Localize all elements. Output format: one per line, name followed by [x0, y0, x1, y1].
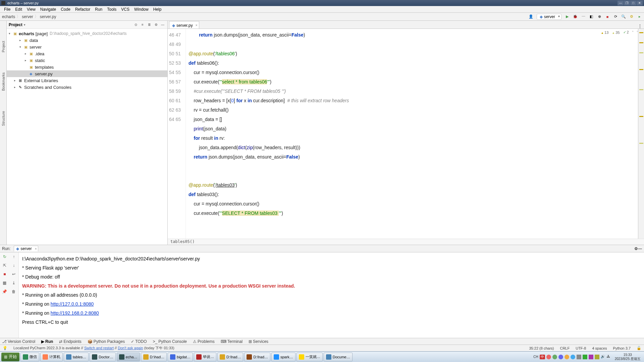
ime-indicator[interactable]: 中 [540, 355, 545, 359]
collapse-all-icon[interactable]: ≣ [147, 22, 152, 27]
tool-tab-terminal[interactable]: ⌨ Terminal [221, 339, 243, 344]
tool-tab-version-control[interactable]: ⎇ Version Control [2, 339, 35, 344]
tree-root[interactable]: ▾▣echarts [page]D:\hadoop_spark_hive_doc… [7, 30, 167, 37]
hide-icon[interactable]: — [638, 246, 642, 251]
ide-settings-icon[interactable]: ⚙ [629, 14, 634, 19]
menu-item-view[interactable]: View [25, 6, 38, 12]
pin-icon[interactable]: 📌 [0, 287, 9, 296]
tray-icon[interactable] [595, 355, 599, 359]
tree-item[interactable]: ▣templates [7, 64, 167, 70]
lang-indicator[interactable]: CH [533, 355, 538, 359]
profile-icon[interactable]: ⊕ [597, 14, 602, 19]
expand-all-icon[interactable]: ≡ [140, 22, 145, 27]
run-tab[interactable]: ◆ server × [14, 246, 38, 251]
network-icon[interactable]: 🖧 [607, 355, 611, 359]
taskbar-item[interactable]: bigdat… [168, 353, 193, 361]
taskbar-item[interactable]: 毕设… [194, 353, 216, 361]
status-message[interactable]: Localized PyCharm 2022.3.3 is available … [13, 346, 174, 351]
gear-icon[interactable]: ⚙ [153, 22, 159, 27]
project-tree[interactable]: ▾▣echarts [page]D:\hadoop_spark_hive_doc… [7, 29, 167, 92]
vcs-update-icon[interactable]: ⟳ [613, 14, 618, 19]
taskbar-item[interactable]: D:\had… [244, 353, 270, 361]
menu-item-run[interactable]: Run [93, 6, 104, 12]
tool-tab-python-console[interactable]: >_ Python Console [153, 339, 187, 344]
taskbar-item[interactable]: 微信 [20, 353, 39, 361]
tree-item[interactable]: ◆server.py [7, 70, 167, 77]
hide-icon[interactable]: — [160, 22, 165, 27]
menu-item-edit[interactable]: Edit [13, 6, 24, 12]
menu-item-window[interactable]: Window [132, 6, 151, 12]
close-icon[interactable]: × [196, 23, 198, 27]
tray-icon[interactable] [552, 355, 557, 359]
clock[interactable]: 15:33 2023/8/25 星期五 [613, 353, 643, 361]
down-icon[interactable]: ↓ [9, 261, 19, 270]
close-icon[interactable]: × [35, 247, 37, 251]
editor-tab[interactable]: ◆ server.py × [169, 21, 199, 28]
tree-item[interactable]: ▸▣static [7, 57, 167, 64]
debug-icon[interactable]: 🐞 [573, 14, 578, 19]
taskbar-item[interactable]: Docume… [324, 353, 353, 361]
tool-tab-python-packages[interactable]: 📦 Python Packages [88, 339, 125, 344]
taskbar-item[interactable]: Doctor… [90, 353, 115, 361]
taskbar-item[interactable]: D:\had… [141, 353, 167, 361]
tree-item[interactable]: ▸▣.idea [7, 50, 167, 57]
taskbar-item[interactable]: tables… [64, 353, 89, 361]
tool-tab-endpoints[interactable]: ⇄ Endpoints [59, 339, 81, 344]
breadcrumb-item[interactable]: echarts [2, 14, 15, 19]
taskbar-item[interactable]: 一笑就… [297, 353, 323, 361]
taskbar-item[interactable]: spark… [271, 353, 296, 361]
system-tray[interactable]: CH 中 🔊 🖧 15:33 2023/8/25 星期五 [533, 353, 643, 361]
run-icon[interactable]: ▶ [565, 14, 570, 19]
learn-icon[interactable]: ▸ [637, 14, 642, 19]
line-gutter[interactable]: 46 47 48 49 50 51 52 53 54 55 56 57 58 5… [168, 29, 186, 239]
more-run-icon[interactable]: ⋯ [581, 14, 586, 19]
tree-item[interactable]: ▸⊞External Libraries [7, 77, 167, 84]
taskbar-item[interactable]: 计算机 [40, 353, 63, 361]
line-separator[interactable]: CRLF [560, 346, 570, 350]
structure-tool-button[interactable]: Structure [1, 111, 5, 126]
tray-icon[interactable] [571, 355, 575, 359]
readonly-lock-icon[interactable]: 🔓 [637, 346, 641, 350]
tray-icon[interactable] [589, 355, 593, 359]
attach-icon[interactable]: ⇱ [0, 261, 9, 270]
error-stripe[interactable] [638, 29, 644, 239]
taskbar-item[interactable]: echa… [117, 353, 140, 361]
rerun-icon[interactable]: ↻ [0, 252, 9, 261]
breadcrumb-item[interactable]: server [22, 14, 33, 19]
code-content[interactable]: return json.dumps(json_data, ensure_asci… [186, 29, 638, 239]
minimize-button[interactable]: — [618, 1, 624, 5]
add-config-icon[interactable]: 👤 [529, 14, 533, 19]
tree-item[interactable]: ▸✎Scratches and Consoles [7, 84, 167, 90]
menu-item-code[interactable]: Code [59, 6, 72, 12]
tray-icon[interactable] [558, 355, 563, 359]
tray-icon[interactable] [577, 355, 581, 359]
close-button[interactable]: ✕ [637, 1, 643, 5]
editor-breadcrumb[interactable]: tables05() [168, 239, 644, 245]
menu-item-vcs[interactable]: VCS [119, 6, 131, 12]
bookmarks-tool-button[interactable]: Bookmarks [1, 72, 5, 91]
tray-icon[interactable] [565, 355, 569, 359]
menu-item-refactor[interactable]: Refactor [73, 6, 92, 12]
tray-icon[interactable] [583, 355, 587, 359]
start-button[interactable]: ⊞ 开始 [1, 353, 19, 361]
breadcrumb[interactable]: echarts 〉 server 〉 server.py [2, 14, 56, 19]
tree-item[interactable]: ▸▣data [7, 37, 167, 44]
tool-tab-services[interactable]: ⊞ Services [249, 339, 268, 344]
code-editor[interactable]: 13 35 2 ˆ ˇ 46 47 48 49 50 51 52 53 54 5… [168, 29, 644, 239]
scroll-end-icon[interactable]: ⤓ [9, 279, 19, 287]
menu-item-file[interactable]: File [2, 6, 12, 12]
maximize-button[interactable]: □ [630, 1, 636, 5]
indent-info[interactable]: 4 spaces [592, 346, 607, 350]
up-icon[interactable]: ↑ [9, 252, 19, 261]
search-icon[interactable]: 🔍 [621, 14, 626, 19]
tool-tab-problems[interactable]: ⚠ Problems [193, 339, 215, 344]
select-opened-file-icon[interactable]: ⊙ [133, 22, 139, 27]
stop-icon[interactable]: ■ [0, 270, 9, 279]
stop-icon[interactable]: ■ [605, 14, 610, 19]
run-config-combo[interactable]: ◆ server [537, 14, 561, 20]
restore-button[interactable]: ❐ [624, 1, 630, 5]
soft-wrap-icon[interactable]: ↩ [9, 270, 19, 279]
layout-icon[interactable]: ▦ [0, 279, 9, 287]
interpreter-info[interactable]: Python 3.7 [613, 346, 631, 350]
tool-tab-run[interactable]: ▶ Run [41, 339, 53, 344]
